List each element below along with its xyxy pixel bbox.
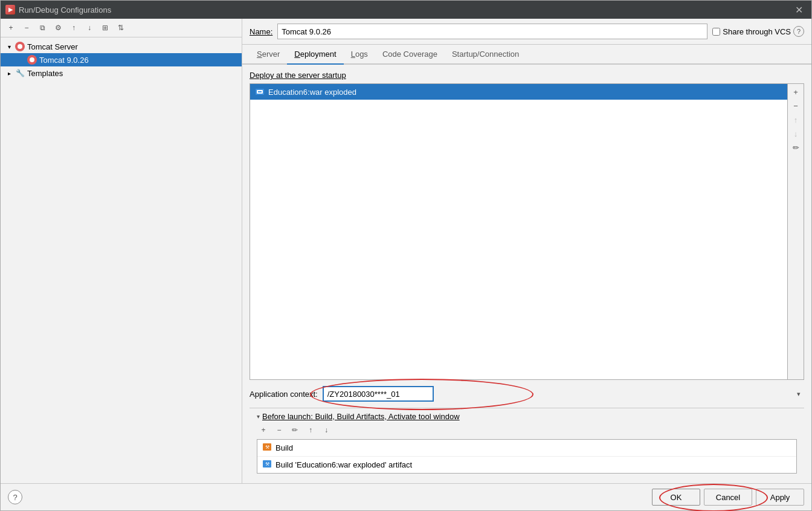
before-launch-remove-btn[interactable]: − [272,423,286,437]
share-vcs-checkbox[interactable] [712,28,720,36]
tree-label-tomcat-9026: Tomcat 9.0.26 [39,56,89,65]
tab-server[interactable]: Server [250,45,287,65]
share-vcs-label: Share through VCS [723,27,791,36]
svg-rect-2 [258,91,262,92]
before-launch-item-build-label: Build [276,443,293,452]
svg-text:⚒: ⚒ [265,445,269,450]
before-launch-toolbar: + − ✏ ↑ ↓ [257,423,797,437]
run-debug-dialog: ▶ Run/Debug Configurations ✕ + − ⧉ ⚙ ↑ ↓… [0,0,812,511]
before-launch-section: ▾ Before launch: Build, Build Artifacts,… [250,408,804,477]
before-launch-up-btn[interactable]: ↑ [304,423,317,437]
move-down-config-btn[interactable]: ↓ [83,21,96,34]
tab-deployment[interactable]: Deployment [287,45,343,65]
title-bar-left: ▶ Run/Debug Configurations [5,5,111,14]
ok-button[interactable]: OK [652,489,700,506]
tab-startup-connection-label: Startup/Connection [452,50,519,59]
remove-deploy-item-btn[interactable]: − [789,99,802,112]
list-side-buttons: + − ↑ ↓ ✏ [787,84,804,379]
name-input[interactable] [277,24,707,39]
deploy-list: Education6:war exploded [250,84,787,379]
tree-arrow-tomcat-server [5,43,13,50]
tree-area: Tomcat Server Tomcat 9.0.26 🔧 Templates [1,37,242,483]
sort-config-btn[interactable]: ⇅ [114,21,127,34]
before-launch-item-artifact-label: Build 'Education6:war exploded' artifact [276,460,412,469]
tree-label-tomcat-server: Tomcat Server [27,42,78,51]
deploy-list-container: Education6:war exploded + − ↑ ↓ ✏ [250,83,804,380]
move-up-config-btn[interactable]: ↑ [67,21,80,34]
app-context-wrapper: Application context: [250,380,804,402]
tab-logs-label: Logs [351,50,368,59]
tree-item-templates[interactable]: 🔧 Templates [1,66,242,80]
app-icon: ▶ [5,5,15,14]
before-launch-list: ⚒ Build ⚒ Bui [257,439,797,474]
group-config-btn[interactable]: ⊞ [98,21,112,34]
app-context-label: Application context: [250,390,318,399]
tab-server-label: Server [257,50,280,59]
bottom-bar: ? OK Cancel Apply [1,483,811,510]
tab-logs[interactable]: Logs [344,45,375,65]
share-vcs-section: Share through VCS ? [712,26,804,37]
tree-label-templates: Templates [27,69,63,78]
tomcat-server-icon [15,42,25,51]
deployment-tab-content: Deploy at the server startup Edu [242,65,811,483]
remove-config-btn[interactable]: − [20,21,33,34]
dialog-title: Run/Debug Configurations [19,5,111,14]
name-label: Name: [250,27,272,36]
build-icon: ⚒ [262,442,272,454]
before-launch-add-btn[interactable]: + [257,423,270,437]
deploy-item-label: Education6:war exploded [268,88,356,97]
before-launch-collapse-arrow[interactable]: ▾ [257,413,260,420]
artifact-icon [255,87,265,97]
tree-arrow-tomcat-9026 [18,56,25,63]
copy-config-btn[interactable]: ⧉ [36,21,49,34]
move-down-deploy-item-btn[interactable]: ↓ [789,127,802,140]
share-vcs-help-icon[interactable]: ? [793,26,804,37]
before-launch-edit-btn[interactable]: ✏ [288,423,301,437]
close-button[interactable]: ✕ [791,3,807,17]
app-context-row: Application context: [250,380,804,402]
tabs-bar: Server Deployment Logs Code Coverage Sta… [242,45,811,65]
before-launch-item-artifact[interactable]: ⚒ Build 'Education6:war exploded' artifa… [257,457,796,473]
add-deploy-item-btn[interactable]: + [789,85,802,98]
add-config-btn[interactable]: + [4,21,18,34]
bottom-right-buttons: OK Cancel Apply [652,489,804,506]
before-launch-item-build[interactable]: ⚒ Build [257,440,796,457]
move-up-deploy-item-btn[interactable]: ↑ [789,113,802,126]
left-panel: + − ⧉ ⚙ ↑ ↓ ⊞ ⇅ Tomcat Server [1,19,242,483]
left-toolbar: + − ⧉ ⚙ ↑ ↓ ⊞ ⇅ [1,19,242,37]
tab-code-coverage[interactable]: Code Coverage [375,45,445,65]
right-panel: Name: Share through VCS ? Server Deploym… [242,19,811,483]
before-launch-title: Before launch: Build, Build Artifacts, A… [262,412,460,421]
edit-deploy-item-btn[interactable]: ✏ [789,141,802,154]
tree-item-tomcat-9026[interactable]: Tomcat 9.0.26 [1,53,242,66]
settings-config-btn[interactable]: ⚙ [51,21,65,34]
app-context-input[interactable] [323,386,434,402]
wrench-icon: 🔧 [15,68,25,78]
content-area: + − ⧉ ⚙ ↑ ↓ ⊞ ⇅ Tomcat Server [1,19,811,483]
tree-item-tomcat-server-group[interactable]: Tomcat Server [1,40,242,53]
tomcat-9026-icon [27,55,37,65]
apply-button[interactable]: Apply [756,489,804,506]
tab-code-coverage-label: Code Coverage [382,50,437,59]
tab-startup-connection[interactable]: Startup/Connection [445,45,526,65]
tab-deployment-label: Deployment [294,50,336,59]
deploy-at-startup-label: Deploy at the server startup [250,71,804,80]
name-bar: Name: Share through VCS ? [242,19,811,45]
artifact-build-icon: ⚒ [262,459,272,471]
svg-text:⚒: ⚒ [265,461,269,467]
tree-arrow-templates [5,69,13,77]
title-bar: ▶ Run/Debug Configurations ✕ [1,1,811,19]
app-context-select-wrapper [323,386,804,402]
before-launch-header: ▾ Before launch: Build, Build Artifacts,… [257,412,797,421]
cancel-button[interactable]: Cancel [704,489,752,506]
help-button[interactable]: ? [8,490,22,504]
deploy-item-education6[interactable]: Education6:war exploded [250,84,787,100]
before-launch-down-btn[interactable]: ↓ [320,423,333,437]
